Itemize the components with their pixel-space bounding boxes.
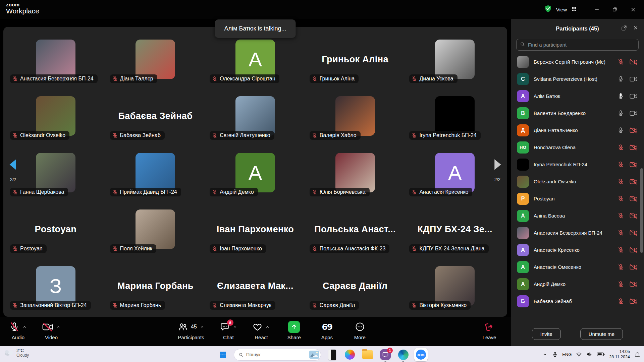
unmute-me-button[interactable]: Unmute me (580, 328, 623, 340)
view-button[interactable]: View (556, 7, 567, 12)
video-tile[interactable]: Євгеній Лантушенко (207, 94, 304, 147)
toolbar-leave-button[interactable]: Leave (481, 321, 498, 340)
camera-status-icon[interactable] (630, 59, 637, 65)
taskbar-app-viber[interactable]: 1 (379, 348, 392, 361)
camera-status-icon[interactable] (630, 213, 637, 219)
chevron-up-icon[interactable] (265, 325, 270, 329)
video-tile[interactable]: Сараєв ДаніїлСараєв Даніїл (307, 264, 404, 317)
mic-status-icon[interactable] (618, 161, 624, 168)
participant-row[interactable]: ВВалентин Бондаренко (511, 105, 644, 122)
battery-icon[interactable] (597, 352, 605, 357)
participant-row[interactable]: ААнастасія Крисенко (511, 241, 644, 258)
wifi-icon[interactable] (576, 351, 582, 357)
participant-row[interactable]: Анастасия Безверхняя БП-24 (511, 224, 644, 241)
participant-row[interactable]: Oleksandr Ovseiko (511, 173, 644, 190)
notification-bell-icon[interactable] (634, 351, 641, 358)
taskbar-search-box[interactable]: Пошук (234, 349, 321, 361)
video-tile[interactable]: Вікторія Кузьменко (407, 264, 503, 317)
video-tile[interactable]: Єлизавета Мак...Єлизавета Макарчук (207, 264, 304, 317)
toolbar-video-button[interactable]: Video (42, 321, 60, 340)
participant-search-input[interactable] (528, 42, 635, 48)
participant-row[interactable]: ААндрій Демко (511, 276, 644, 293)
mic-status-icon[interactable] (618, 178, 624, 185)
taskbar-app-copilot[interactable] (343, 348, 357, 361)
video-tile[interactable]: Гриньок АлінаГриньок Аліна (307, 38, 404, 90)
mic-status-icon[interactable] (618, 264, 624, 270)
grid-view-icon[interactable] (571, 6, 577, 13)
mic-status-icon[interactable] (618, 213, 624, 219)
panel-close-icon[interactable] (633, 25, 639, 32)
camera-status-icon[interactable] (630, 230, 637, 236)
participant-row[interactable]: ББабаєва Зейнаб (511, 293, 644, 310)
participant-row[interactable]: НОHoncharova Olena (511, 139, 644, 156)
video-tile[interactable]: Iryna Petrenchuk БП-24 (407, 94, 503, 147)
video-tile[interactable]: Іван ПархоменкоІван Пархоменко (207, 207, 304, 260)
camera-status-icon[interactable] (630, 162, 637, 168)
clock-widget[interactable]: 14:0528.11.2024 (609, 349, 630, 360)
video-tile[interactable]: Юлія Боричевська (307, 151, 404, 203)
speaker-icon[interactable] (586, 351, 592, 357)
camera-status-icon[interactable] (630, 264, 637, 270)
chevron-up-icon[interactable] (200, 325, 204, 329)
video-tile[interactable]: КДПУ БХ-24 Зе...КДПУ БХ-24 Зелена Діана (407, 207, 503, 260)
video-tile[interactable]: AОлександра Сіроштан (207, 38, 304, 90)
participant-row[interactable]: ААнастасія Омесенко (511, 258, 644, 276)
taskbar-app-edge[interactable] (396, 348, 410, 361)
taskbar-app-widget-dark-app[interactable] (325, 348, 339, 361)
chevron-up-icon[interactable] (56, 325, 60, 329)
taskbar-app-file-explorer[interactable] (361, 348, 374, 361)
participant-row[interactable] (511, 310, 644, 311)
mic-status-icon[interactable] (618, 127, 624, 133)
camera-status-icon[interactable] (630, 144, 637, 150)
panel-scrollbar-thumb[interactable] (640, 168, 643, 253)
chevron-up-icon[interactable] (22, 325, 27, 329)
popout-icon[interactable] (621, 25, 627, 33)
toolbar-apps-button[interactable]: 69Apps (318, 321, 336, 340)
camera-status-icon[interactable] (630, 110, 637, 116)
video-tile[interactable]: Диана Ускова (407, 38, 503, 90)
camera-status-icon[interactable] (630, 127, 637, 133)
close-button[interactable] (624, 0, 642, 19)
mic-status-icon[interactable] (618, 230, 624, 236)
video-tile[interactable]: ЗЗапальонний Віктор БП-24 (7, 264, 104, 317)
camera-status-icon[interactable] (630, 76, 637, 82)
video-tile[interactable]: Польська Анаст...Польська Анастасія ФК-2… (307, 207, 404, 260)
video-tile[interactable]: Приймак Давид БП -24 (107, 151, 204, 203)
taskbar-app-zoom[interactable]: zoom (414, 348, 428, 361)
toolbar-audio-button[interactable]: Audio (9, 321, 27, 340)
video-tile[interactable]: Анастасия Безверхняя БП-24 (7, 38, 104, 90)
mic-status-icon[interactable] (618, 195, 624, 202)
video-tile[interactable]: PostoyanPostoyan (7, 207, 104, 260)
participant-row[interactable]: CSvitlana Pereverzieva (Host) (511, 70, 644, 87)
participant-row[interactable]: ДДіана Натальченко (511, 122, 644, 139)
toolbar-share-button[interactable]: Share (285, 321, 303, 340)
mic-status-icon[interactable] (618, 281, 624, 287)
mic-status-icon[interactable] (618, 93, 624, 99)
video-tile[interactable]: Марина ГорбаньМарина Горбань (107, 264, 204, 317)
tray-chevron-up-icon[interactable] (542, 352, 548, 357)
video-tile[interactable]: AАндрій Демко (207, 151, 304, 203)
camera-status-icon[interactable] (630, 281, 637, 287)
participant-row[interactable]: Iryna Petrenchuk БП-24 (511, 156, 644, 173)
video-tile[interactable]: Бабаєва ЗейнабБабаєва Зейнаб (107, 94, 204, 147)
next-page-arrow[interactable] (490, 158, 504, 173)
participant-row[interactable]: Бережок Сергій Петрович (Me) (511, 53, 644, 70)
mic-status-icon[interactable] (618, 59, 624, 65)
tray-mic-icon[interactable] (552, 352, 558, 357)
start-button[interactable] (216, 348, 229, 361)
camera-status-icon[interactable] (630, 179, 637, 185)
participant-row[interactable]: ААлім Батюк (511, 87, 644, 105)
video-tile[interactable]: Поля Хейлик (107, 207, 204, 260)
mic-status-icon[interactable] (618, 76, 624, 82)
minimize-button[interactable] (588, 0, 606, 19)
chevron-up-icon[interactable] (233, 325, 237, 329)
toolbar-chat-button[interactable]: 8Chat (220, 321, 237, 340)
camera-status-icon[interactable] (630, 93, 637, 99)
toolbar-participants-button[interactable]: 45Participants (178, 321, 204, 340)
taskbar-weather-widget[interactable]: 2°C Cloudy (3, 348, 29, 358)
mic-status-icon[interactable] (618, 298, 624, 304)
participant-search-box[interactable] (516, 39, 639, 51)
toolbar-more-button[interactable]: More (351, 321, 369, 340)
camera-status-icon[interactable] (630, 247, 637, 253)
mic-status-icon[interactable] (618, 110, 624, 116)
